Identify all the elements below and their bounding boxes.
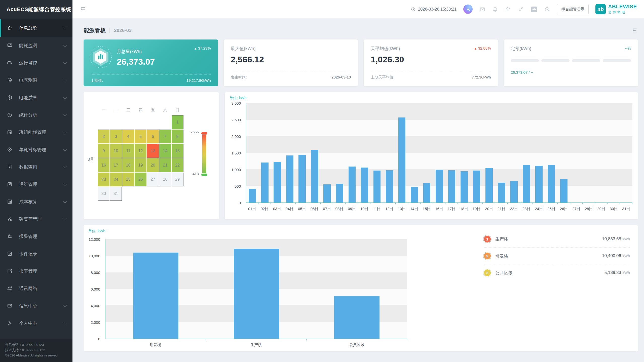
x-axis-ticks <box>105 339 407 340</box>
bar <box>498 183 505 203</box>
x-axis-label: 23日 <box>520 207 533 211</box>
chevron-down-icon <box>63 165 67 168</box>
calendar-day-cell: 16 <box>98 158 109 172</box>
x-axis-label: 07日 <box>321 207 333 211</box>
calendar-day-cell: 4 <box>122 130 134 143</box>
sidebar-item-alarm-management[interactable]: 报警管理 <box>0 228 72 245</box>
sidebar-item-label: 能耗监测 <box>19 43 63 49</box>
y-axis-labels: 12,00010,0008,0006,0004,0002,0000 <box>84 239 103 339</box>
calendar-day-cell: 2 <box>98 130 109 143</box>
replay-icon[interactable] <box>544 6 550 12</box>
calendar-day-cell: 25 <box>122 173 134 186</box>
chevron-down-icon <box>63 78 67 82</box>
x-axis-labels: 01日02日03日04日05日06日07日08日09日10日11日12日13日1… <box>246 207 632 211</box>
brand-logo: ab ABLEWISE 爱博精电 <box>595 4 637 15</box>
heat-scale-max-label: 2566 <box>181 130 199 134</box>
building-consumption-card: 单位: kWh 12,00010,0008,0006,0004,0002,000… <box>84 225 638 351</box>
rank-value: 10,400.06kWh <box>602 253 630 258</box>
calendar-day-cell: 14 <box>159 144 171 158</box>
calendar-day-cell: 27 <box>147 173 159 186</box>
ablewise-mini-icon[interactable]: ab <box>531 7 537 12</box>
clock-icon <box>411 7 416 12</box>
sidebar-item-carbon-asset-management[interactable]: 碳资产管理 <box>0 210 72 228</box>
bar <box>298 155 306 203</box>
theme-skin-icon[interactable] <box>505 6 511 12</box>
pie-icon <box>0 112 19 118</box>
weekday-label: 六 <box>159 108 171 112</box>
mail-icon[interactable] <box>479 6 485 12</box>
rank-badge: 1 <box>484 236 491 243</box>
x-axis-label: 22日 <box>508 207 520 211</box>
x-axis-label: 26日 <box>558 207 570 211</box>
main-content: 能源看板 2026-03 <box>72 18 644 362</box>
sidebar-item-data-query[interactable]: 数据查询 <box>0 158 72 176</box>
prev-period-label: 上期值: <box>91 78 103 83</box>
ranking-row: 3公共区域5,139.33kWh <box>484 264 630 281</box>
calendar-day-cell: 15 <box>172 144 183 158</box>
x-axis-label: 30日 <box>608 207 620 211</box>
quota-segment <box>572 59 600 62</box>
sidebar-item-power-quality[interactable]: 电能质量 <box>0 89 72 106</box>
bar <box>436 170 443 203</box>
bar <box>323 184 331 203</box>
sidebar-item-communication-network[interactable]: 通讯网络 <box>0 280 72 297</box>
sidebar-item-energy-monitoring[interactable]: 能耗监测 <box>0 37 72 54</box>
sidebar-item-label: 通讯网络 <box>19 286 66 292</box>
sidebar-item-info-center[interactable]: 信息中心 <box>0 297 72 314</box>
heat-scale-gradient-bar[interactable] <box>202 135 206 173</box>
kpi-delta-badge: ▲32.88% <box>474 46 491 50</box>
brand-subname: 爱博精电 <box>608 10 637 15</box>
footer-support: 技术支持：010-5639-0122 <box>5 348 67 353</box>
ai-assistant-icon[interactable] <box>463 5 473 14</box>
bar <box>535 166 543 203</box>
chevron-down-icon <box>63 95 67 99</box>
sidebar-item-cost-accounting[interactable]: 成本核算 <box>0 193 72 210</box>
bell-icon[interactable] <box>492 6 498 12</box>
weekday-label: 日 <box>171 108 183 112</box>
x-axis-label: 25日 <box>545 207 558 211</box>
collapse-panel-icon[interactable] <box>631 27 638 34</box>
compress-icon[interactable] <box>518 6 524 12</box>
building-bar-plot <box>105 239 407 339</box>
bar <box>411 187 418 203</box>
x-axis-label: 10日 <box>358 207 371 211</box>
calendar-day-cell: 11 <box>122 144 134 158</box>
sidebar-item-ops-management[interactable]: 运维管理 <box>0 176 72 193</box>
calendar-day-cell: 22 <box>172 158 183 172</box>
chevron-down-icon <box>63 26 67 29</box>
heat-scale-handle-max[interactable] <box>201 132 207 135</box>
sidebar-item-personal-center[interactable]: 个人中心 <box>0 314 72 332</box>
sidebar-item-label: 信息总览 <box>19 25 63 31</box>
page-title: 能源看板 <box>84 27 106 34</box>
bar <box>334 296 380 339</box>
demo-mode-button[interactable]: 综合能管演示 <box>557 4 589 14</box>
sidebar-item-statistics-analysis[interactable]: 统计分析 <box>0 106 72 124</box>
bar <box>523 165 530 203</box>
calendar-day-cell: 20 <box>147 158 159 172</box>
calendar-day-cell: 10 <box>110 144 122 158</box>
sidebar-item-label: 单耗对标管理 <box>19 147 63 153</box>
x-axis-label: 09日 <box>346 207 358 211</box>
sidebar-item-report-management[interactable]: 报表管理 <box>0 262 72 280</box>
prev-average-label: 上期天平均值: <box>371 75 394 80</box>
sidebar-item-team-energy-management[interactable]: 班组能耗管理 <box>0 124 72 141</box>
ranking-row: 1生产楼10,833.68kWh <box>484 231 630 247</box>
sidebar-item-electrical-temperature[interactable]: 电气测温 <box>0 71 72 89</box>
sidebar-item-operation-monitoring[interactable]: 运行监控 <box>0 54 72 71</box>
collapse-sidebar-icon[interactable] <box>80 6 86 13</box>
chevron-down-icon <box>63 147 67 151</box>
x-axis-label: 20日 <box>483 207 495 211</box>
sidebar-item-unit-benchmark-management[interactable]: 单耗对标管理 <box>0 141 72 158</box>
sidebar-item-overview[interactable]: 信息总览 <box>0 19 72 37</box>
calendar-day-cell: 30 <box>98 187 109 201</box>
calendar-day-cell: 3 <box>110 130 122 143</box>
daily-energy-chart-card: 单位: kWh 3,0002,5002,0001,5001,0005000 01… <box>225 92 638 219</box>
chevron-down-icon <box>63 199 67 203</box>
bar <box>311 150 318 203</box>
sidebar-item-event-records[interactable]: 事件记录 <box>0 245 72 262</box>
heat-scale-handle-min[interactable] <box>201 174 207 176</box>
x-axis-labels: 研发楼生产楼公共区域 <box>105 343 407 347</box>
rank-unit: kWh <box>622 270 630 275</box>
siren-icon <box>0 233 19 239</box>
sidebar-item-label: 运行监控 <box>19 60 63 66</box>
